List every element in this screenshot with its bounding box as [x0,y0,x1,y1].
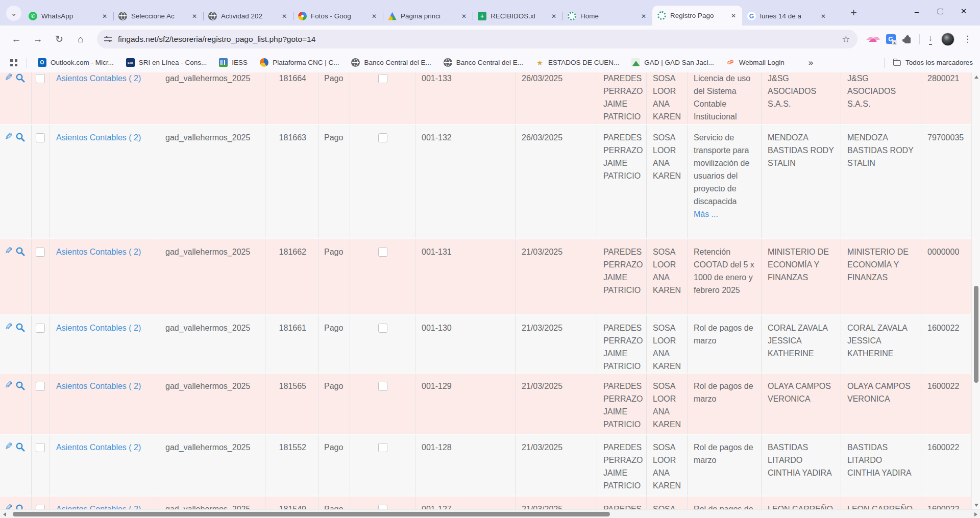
edit-icon[interactable]: ✎ [5,132,13,141]
horizontal-scrollbar[interactable] [0,509,980,518]
back-button[interactable]: ← [8,31,24,47]
row-checkbox[interactable] [36,382,45,391]
row-checkbox-2[interactable] [378,382,387,391]
table-row: ✎ Asientos Contables ( 2) gad_vallehermo… [0,239,971,315]
cell-tesorera: SOSA LOOR ANA KAREN [647,72,688,124]
tab-close-icon[interactable]: ✕ [100,12,109,21]
address-bar[interactable]: fingads.net/sf2/tesoreria/registro_pago_… [97,30,857,48]
asientos-contables-link[interactable]: Asientos Contables ( 2) [56,133,141,142]
cell-id: 181661 [265,315,319,373]
scroll-up-arrow[interactable] [972,72,980,81]
asientos-contables-link[interactable]: Asientos Contables ( 2) [56,382,141,390]
bookmark-item[interactable]: Banco Central del E... [347,56,435,69]
bookmark-item[interactable]: Plataforma CNC | C... [255,56,344,69]
vertical-scrollbar-thumb[interactable] [974,286,978,383]
edit-icon[interactable]: ✎ [5,441,13,451]
tab-close-icon[interactable]: ✕ [459,12,469,21]
browser-tab[interactable]: WhatsApp ✕ [23,7,113,26]
maximize-button[interactable] [935,9,945,14]
tab-close-icon[interactable]: ✕ [549,12,558,21]
search-icon[interactable] [15,381,25,390]
tab-close-icon[interactable]: ✕ [729,11,738,20]
new-tab-button[interactable]: + [850,6,857,19]
row-checkbox[interactable] [36,324,45,333]
cell-checkbox [32,239,50,314]
asientos-contables-link[interactable]: Asientos Contables ( 2) [56,324,141,332]
horizontal-scrollbar-thumb[interactable] [13,512,610,516]
cell-codigo: 1600022 [921,374,971,434]
bookmark-item[interactable]: Outlook.com - Micr... [33,56,118,69]
row-checkbox-2[interactable] [378,443,387,452]
asientos-contables-link[interactable]: Asientos Contables ( 2) [56,74,141,83]
row-checkbox[interactable] [36,74,45,83]
browser-tab[interactable]: Actividad 202 ✕ [203,7,293,26]
tab-title: lunes 14 de a [760,12,815,20]
browser-tab[interactable]: lunes 14 de a ✕ [742,7,832,26]
extensions-puzzle-icon[interactable] [904,37,911,43]
bookmark-item[interactable]: IESS [214,56,252,69]
tab-close-icon[interactable]: ✕ [639,12,648,21]
cell-numero: 001-128 [415,435,516,496]
menu-kebab-icon[interactable]: ⋮ [963,34,972,44]
row-checkbox-2[interactable] [378,248,387,257]
tab-close-icon[interactable]: ✕ [370,12,379,21]
pink-extension-icon[interactable]: ☁ [869,34,877,44]
search-icon[interactable] [15,323,25,332]
forward-button[interactable]: → [30,31,46,47]
row-checkbox[interactable] [36,133,45,142]
profile-avatar[interactable] [941,33,954,46]
tab-close-icon[interactable]: ✕ [819,12,828,21]
url-text[interactable]: fingads.net/sf2/tesoreria/registro_pago_… [118,35,836,44]
bookmark-item[interactable]: Banco Central del E... [439,56,528,69]
browser-tab[interactable]: Página princi ✕ [383,7,473,26]
bookmark-item[interactable]: ESTADOS DE CUEN... [531,56,624,69]
asientos-contables-link[interactable]: Asientos Contables ( 2) [56,443,141,452]
mas-link[interactable]: Más ... [694,208,756,220]
asientos-contables-link[interactable]: Asientos Contables ( 2) [56,248,141,256]
cell-asientos: Asientos Contables ( 2) [50,72,159,124]
edit-icon[interactable]: ✎ [5,380,13,390]
cell-database: gad_vallehermos_2025 [159,435,265,496]
search-icon[interactable] [15,246,25,256]
tab-search-button[interactable]: ⌄ [6,6,21,21]
tab-close-icon[interactable]: ✕ [280,12,289,21]
table-row: ✎ Asientos Contables ( 2) gad_vallehermo… [0,435,971,497]
all-bookmarks-button[interactable]: Todos los marcadores [880,58,973,68]
vertical-scrollbar[interactable] [971,72,980,509]
home-button[interactable]: ⌂ [72,31,89,47]
row-checkbox[interactable] [36,248,45,257]
edit-icon[interactable]: ✎ [5,246,13,256]
browser-tab[interactable]: Seleccione Ac ✕ [113,7,203,26]
bookmark-star-icon[interactable]: ☆ [842,34,850,45]
bookmark-item[interactable]: GAD | GAD San Jaci... [627,56,718,69]
browser-tab[interactable]: RECIBIDOS.xl ✕ [473,7,562,26]
row-checkbox-2[interactable] [378,74,387,83]
tab-title: WhatsApp [41,12,96,20]
search-icon[interactable] [15,132,25,142]
scroll-down-arrow[interactable] [972,501,980,509]
browser-tab[interactable]: Registro Pago ✕ [652,6,742,26]
cell-tesorera: SOSA LOOR ANA KAREN [647,125,688,238]
bookmark-item[interactable]: SRI en Línea - Cons... [121,56,212,69]
row-checkbox[interactable] [36,443,45,452]
translate-icon[interactable]: G [886,34,896,44]
reload-button[interactable]: ↻ [51,31,67,47]
scroll-left-arrow[interactable] [0,510,9,518]
edit-icon[interactable]: ✎ [5,322,13,332]
minimize-button[interactable]: – [912,7,922,16]
apps-grid-icon[interactable] [10,59,17,66]
row-checkbox-2[interactable] [378,324,387,333]
search-icon[interactable] [15,73,25,83]
browser-tab[interactable]: Home ✕ [562,7,652,26]
site-info-icon[interactable] [104,35,112,43]
search-icon[interactable] [15,442,25,452]
bookmark-item[interactable]: Webmail Login [722,56,789,69]
scroll-right-arrow[interactable] [971,510,980,518]
row-checkbox-2[interactable] [378,133,387,142]
browser-tab[interactable]: Fotos - Goog ✕ [293,7,383,26]
downloads-icon[interactable]: ↓ [928,33,933,45]
edit-icon[interactable]: ✎ [5,72,13,82]
bookmarks-overflow-button[interactable]: » [804,58,817,68]
tab-close-icon[interactable]: ✕ [190,12,199,21]
close-window-button[interactable]: ✕ [959,7,969,16]
